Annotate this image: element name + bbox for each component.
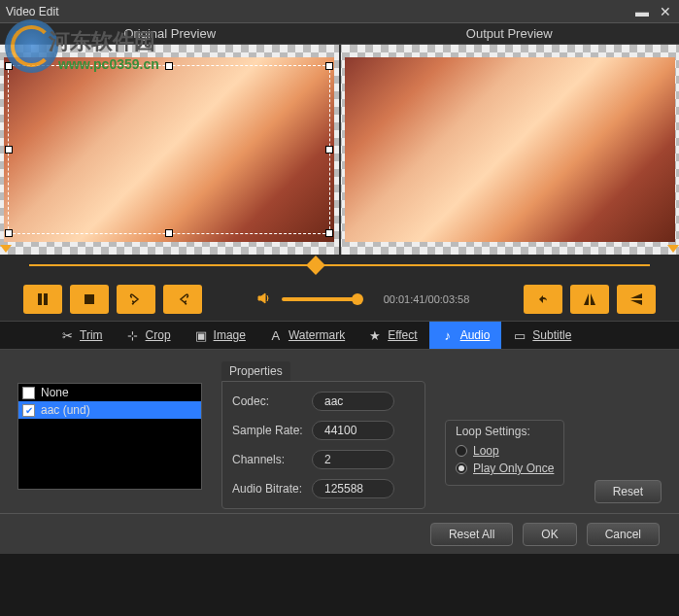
bitrate-label: Audio Bitrate:: [232, 482, 312, 496]
loop-settings-title: Loop Settings:: [456, 425, 554, 438]
dialog-footer: Reset All OK Cancel: [0, 513, 679, 554]
loop-option[interactable]: Loop: [456, 444, 554, 458]
ok-button[interactable]: OK: [523, 523, 576, 546]
reset-button[interactable]: Reset: [594, 480, 662, 503]
crop-handle-bottom[interactable]: [165, 229, 173, 237]
volume-icon[interactable]: [256, 291, 272, 309]
original-preview-label: Original Preview: [0, 23, 340, 44]
crop-handle-right[interactable]: [325, 146, 333, 154]
seek-bar[interactable]: [0, 255, 679, 278]
flip-horizontal-button[interactable]: [570, 285, 609, 314]
subtitle-icon: ▭: [513, 328, 526, 342]
scissors-left-icon: [128, 291, 144, 307]
play-once-option[interactable]: Play Only Once: [456, 462, 554, 475]
reset-all-button[interactable]: Reset All: [430, 523, 513, 546]
image-icon: ▣: [194, 328, 208, 342]
tab-trim[interactable]: ✂ Trim: [49, 322, 115, 349]
play-once-radio-label: Play Only Once: [473, 462, 554, 475]
original-preview-pane[interactable]: [0, 45, 341, 255]
codec-value: aac: [312, 392, 394, 411]
volume-thumb[interactable]: [352, 293, 363, 305]
track-aac-label: aac (und): [41, 403, 90, 417]
channels-label: Channels:: [232, 453, 312, 466]
crop-icon: ⊹: [126, 328, 140, 342]
cancel-button[interactable]: Cancel: [587, 523, 660, 546]
undo-icon: [535, 291, 551, 307]
volume-control: 00:01:41/00:03:58: [256, 291, 470, 309]
stop-button[interactable]: [70, 285, 109, 314]
tab-subtitle-label: Subtitle: [532, 328, 571, 342]
bitrate-value: 125588: [312, 479, 394, 498]
track-aac[interactable]: ✔ aac (und): [18, 401, 201, 419]
audio-track-list[interactable]: None ✔ aac (und): [17, 383, 202, 490]
crop-handle-top-right[interactable]: [325, 62, 333, 70]
scissors-right-icon: [175, 291, 190, 307]
window-title: Video Edit: [6, 5, 59, 18]
svg-rect-2: [85, 294, 94, 304]
output-preview-pane[interactable]: [341, 45, 680, 255]
seek-end-marker[interactable]: [667, 245, 679, 253]
play-once-radio[interactable]: [456, 462, 467, 474]
time-display: 00:01:41/00:03:58: [384, 293, 470, 305]
crop-handle-bottom-right[interactable]: [325, 229, 333, 237]
tab-effect[interactable]: ★ Effect: [356, 322, 428, 349]
track-none-label: None: [41, 386, 69, 399]
scissors-icon: ✂: [60, 328, 74, 342]
tab-watermark[interactable]: A Watermark: [257, 322, 356, 349]
editor-tabs: ✂ Trim ⊹ Crop ▣ Image A Watermark ★ Effe…: [0, 321, 679, 350]
titlebar: Video Edit ▬ ✕: [0, 0, 679, 23]
loop-radio-label: Loop: [473, 444, 499, 458]
tab-image[interactable]: ▣ Image: [183, 322, 257, 349]
tab-audio[interactable]: ♪ Audio: [429, 322, 502, 349]
crop-handle-top-left[interactable]: [5, 62, 13, 70]
tab-image-label: Image: [214, 328, 246, 342]
undo-button[interactable]: [524, 285, 562, 314]
crop-selection-box[interactable]: [8, 65, 330, 234]
tab-trim-label: Trim: [80, 328, 103, 342]
audio-editor-panel: None ✔ aac (und) Properties Codec: aac S…: [0, 350, 679, 513]
minimize-button[interactable]: ▬: [634, 4, 650, 19]
track-none-checkbox[interactable]: [22, 387, 35, 399]
seek-thumb[interactable]: [306, 256, 325, 275]
volume-slider[interactable]: [282, 297, 359, 301]
preview-header: Original Preview Output Preview: [0, 23, 679, 45]
loop-radio[interactable]: [456, 445, 467, 457]
codec-label: Codec:: [232, 394, 312, 408]
cut-start-button[interactable]: [117, 285, 155, 314]
playback-controls: 00:01:41/00:03:58: [0, 278, 679, 321]
crop-handle-bottom-left[interactable]: [5, 229, 13, 237]
samplerate-value: 44100: [312, 421, 394, 440]
pause-button[interactable]: [23, 285, 62, 314]
tab-crop-label: Crop: [146, 328, 171, 342]
window-controls: ▬ ✕: [634, 4, 673, 19]
track-none[interactable]: None: [18, 384, 201, 401]
track-aac-checkbox[interactable]: ✔: [22, 404, 35, 417]
loop-settings-panel: Loop Settings: Loop Play Only Once: [445, 420, 564, 501]
properties-panel: Properties Codec: aac Sample Rate: 44100…: [221, 361, 425, 501]
svg-rect-0: [38, 293, 42, 305]
stop-icon: [82, 291, 97, 307]
crop-handle-top[interactable]: [165, 62, 173, 70]
svg-rect-1: [44, 293, 48, 305]
output-video-frame: [345, 57, 675, 242]
tab-audio-label: Audio: [460, 328, 491, 342]
output-preview-label: Output Preview: [340, 23, 680, 44]
seek-track[interactable]: [29, 264, 650, 266]
close-button[interactable]: ✕: [658, 4, 673, 19]
cut-end-button[interactable]: [163, 285, 202, 314]
properties-title: Properties: [221, 361, 290, 381]
seek-start-marker[interactable]: [0, 245, 12, 253]
crop-handle-left[interactable]: [5, 146, 13, 154]
flip-horizontal-icon: [582, 291, 597, 307]
flip-vertical-icon: [628, 291, 644, 307]
tab-watermark-label: Watermark: [289, 328, 345, 342]
pause-icon: [35, 291, 51, 307]
star-icon: ★: [368, 328, 382, 342]
original-video-frame: [4, 57, 334, 242]
tab-subtitle[interactable]: ▭ Subtitle: [501, 322, 583, 349]
flip-vertical-button[interactable]: [617, 285, 656, 314]
music-note-icon: ♪: [441, 328, 455, 342]
tab-effect-label: Effect: [388, 328, 417, 342]
samplerate-label: Sample Rate:: [232, 424, 312, 437]
tab-crop[interactable]: ⊹ Crop: [115, 322, 183, 349]
